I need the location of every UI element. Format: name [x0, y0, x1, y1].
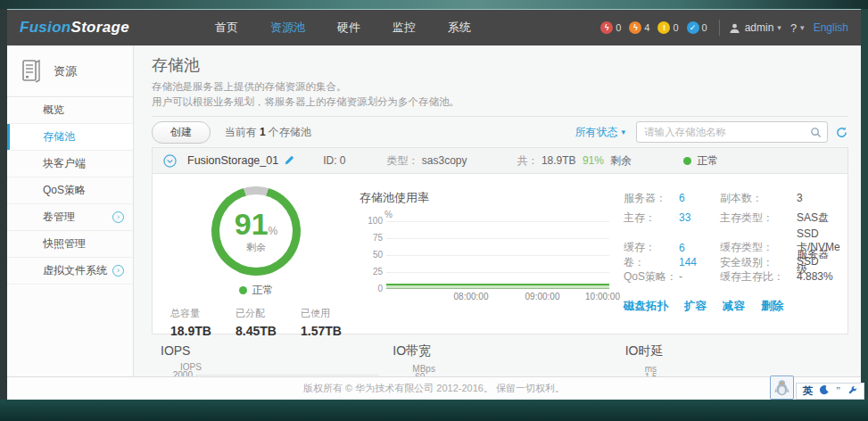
- help-icon: ?: [790, 21, 797, 35]
- prop-label: 主存类型：: [720, 210, 797, 226]
- cache-count-link[interactable]: 6: [679, 242, 720, 254]
- resource-icon: [20, 58, 43, 85]
- desktop-top-strip: [0, 0, 868, 9]
- pool-count-suffix: 个存储池: [269, 126, 311, 138]
- create-button[interactable]: 创建: [152, 121, 211, 144]
- collapse-icon[interactable]: [163, 154, 177, 168]
- pool-type-label: 类型：: [387, 154, 419, 167]
- stat-total: 总容量 18.9TB: [170, 307, 211, 338]
- pool-status-text: 正常: [697, 153, 718, 169]
- sidebar-item-snapshot-mgmt[interactable]: 快照管理: [7, 231, 133, 258]
- app-window: FusionStorage 首页 资源池 硬件 监控 系统 ϟ 0 ϟ 4: [7, 9, 861, 400]
- nav-resource-pool[interactable]: 资源池: [254, 10, 321, 45]
- pool-health-text: 正常: [252, 283, 274, 298]
- sidebar-item-label: 块客户端: [43, 156, 86, 171]
- prop-label: 缓存类型：: [720, 240, 797, 255]
- property-row: 服务器： 6 副本数： 3: [624, 188, 833, 208]
- user-name: admin: [745, 21, 774, 34]
- stat-used: 已使用 1.57TB: [301, 307, 342, 338]
- alarm-warning-badge[interactable]: ✓ 0: [687, 21, 707, 34]
- servers-count-link[interactable]: 6: [679, 192, 720, 204]
- sidebar-item-label: 快照管理: [43, 236, 86, 252]
- sidebar-item-overview[interactable]: 概览: [7, 97, 133, 124]
- usage-chart-xaxis: 08:00:0009:00:0010:00:00: [386, 289, 609, 301]
- pool-count-text: 当前有1个存储池: [225, 125, 311, 140]
- iops-chart: IOPS IOPS 20001500: [152, 343, 384, 376]
- page-desc-line2: 用户可以根据业务规划，将服务器上的存储资源划分为多个存储池。: [152, 95, 848, 110]
- app-logo: FusionStorage: [20, 19, 129, 37]
- search-input[interactable]: [642, 126, 810, 138]
- pool-total-label: 共：: [517, 154, 539, 167]
- volumes-count-link[interactable]: 144: [679, 256, 720, 268]
- ime-punctuation-toggle[interactable]: ’’: [836, 386, 840, 396]
- refresh-icon[interactable]: [835, 126, 848, 139]
- moon-icon[interactable]: [820, 385, 829, 397]
- ime-lang-toggle[interactable]: 英: [803, 386, 814, 397]
- nav-monitoring[interactable]: 监控: [376, 10, 432, 45]
- nav-system[interactable]: 系统: [432, 10, 487, 45]
- help-menu[interactable]: ? ▾: [790, 21, 805, 35]
- status-filter-label: 所有状态: [575, 125, 617, 140]
- stat-value: 1.57TB: [301, 324, 342, 338]
- prop-value: 4.883%: [797, 270, 833, 283]
- header-right: ϟ 0 ϟ 4 ! 0 ✓ 0: [600, 20, 848, 36]
- edit-icon[interactable]: [284, 155, 294, 166]
- status-filter-dropdown[interactable]: 所有状态 ▾: [575, 125, 625, 140]
- copyright-text: 版权所有 © 华为技术有限公司 2012-2016。 保留一切权利。: [303, 382, 565, 395]
- iops-chart-title: IOPS: [161, 343, 384, 358]
- prop-value: 3: [797, 192, 833, 204]
- user-menu[interactable]: admin ▾: [729, 21, 781, 34]
- io-latency-chart: IO时延 ms 1.5: [616, 343, 848, 376]
- expand-capacity-link[interactable]: 扩容: [684, 299, 707, 314]
- sidebar-item-virtual-fs[interactable]: 虚拟文件系统 ›: [7, 258, 133, 285]
- nav-hardware[interactable]: 硬件: [321, 10, 376, 45]
- nav-home[interactable]: 首页: [199, 10, 254, 45]
- disk-topology-link[interactable]: 磁盘拓扑: [624, 299, 668, 314]
- io-latency-chart-title: IO时延: [625, 343, 848, 359]
- logo-fusion: Fusion: [20, 19, 71, 36]
- main-storage-count-link[interactable]: 33: [679, 211, 720, 224]
- reduce-capacity-link[interactable]: 减容: [723, 299, 745, 314]
- search-box: [636, 121, 828, 143]
- prop-label: 服务器：: [624, 191, 679, 206]
- alarm-major-count: 4: [644, 22, 649, 33]
- desktop-bottom-strip: [0, 400, 868, 421]
- sidebar-item-volume-mgmt[interactable]: 卷管理 ›: [7, 204, 133, 231]
- chevron-down-icon: ▾: [777, 23, 781, 32]
- pool-type-value: sas3copy: [422, 154, 467, 167]
- wrench-icon[interactable]: [847, 385, 857, 397]
- status-dot-icon: [683, 157, 691, 165]
- alarm-critical-badge[interactable]: ϟ 0: [600, 21, 621, 34]
- alarm-warning-count: 0: [702, 22, 707, 33]
- delete-link[interactable]: 删除: [761, 299, 783, 314]
- performance-charts: IOPS IOPS 20001500 IO带宽 MBps 60 IO时延 ms …: [152, 343, 848, 376]
- pool-count-prefix: 当前有: [225, 126, 257, 138]
- sidebar-item-storage-pool[interactable]: 存储池: [7, 124, 133, 151]
- pool-name: FusionStorage_01: [187, 154, 278, 167]
- alarm-minor-icon: !: [657, 21, 670, 34]
- sidebar-item-label: 卷管理: [43, 210, 75, 225]
- sidebar-item-qos-policy[interactable]: QoS策略: [7, 177, 133, 204]
- ime-penguin-icon[interactable]: [770, 376, 794, 400]
- free-label: 剩余: [246, 241, 266, 254]
- chevron-down-icon: ▾: [800, 23, 805, 32]
- prop-label: 卷：: [624, 255, 679, 270]
- ime-strip: 英 ’’: [796, 383, 864, 400]
- sidebar-item-block-client[interactable]: 块客户端: [7, 151, 133, 177]
- main-nav: 首页 资源池 硬件 监控 系统: [199, 10, 487, 45]
- pool-id: ID: 0: [323, 154, 345, 167]
- prop-label: 主存：: [624, 210, 679, 226]
- app-body: 资源 概览 存储池 块客户端 QoS策略 卷管理 › 快照管理 虚拟文件系统 ›…: [7, 45, 861, 376]
- expand-arrow-icon[interactable]: ›: [112, 211, 124, 223]
- prop-label: 缓存主存比：: [720, 269, 797, 285]
- alarm-major-icon: ϟ: [629, 21, 641, 34]
- search-icon[interactable]: [810, 127, 822, 138]
- alarm-minor-badge[interactable]: ! 0: [657, 21, 678, 34]
- iops-chart-plot: 20001500: [196, 375, 379, 376]
- expand-arrow-icon[interactable]: ›: [112, 265, 124, 277]
- pool-row[interactable]: FusionStorage_01 ID: 0 类型： sas3copy 共： 1…: [152, 147, 848, 174]
- language-switch[interactable]: English: [814, 21, 848, 34]
- io-latency-chart-unit: ms: [645, 364, 848, 374]
- page-title: 存储池: [152, 54, 848, 76]
- alarm-major-badge[interactable]: ϟ 4: [629, 21, 649, 34]
